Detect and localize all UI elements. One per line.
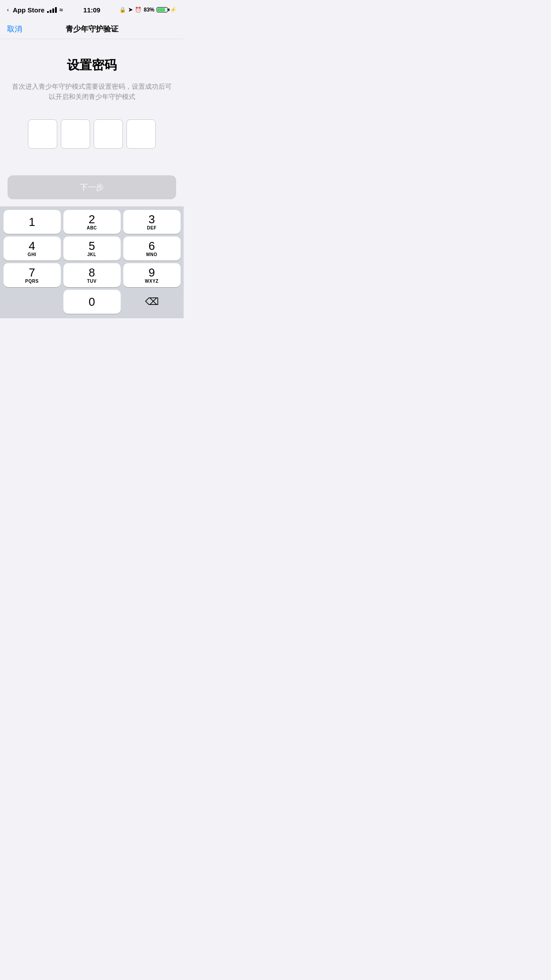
pin-input-container (11, 119, 173, 149)
key-5[interactable]: 5 JKL (63, 237, 121, 261)
key-3[interactable]: 3 DEF (123, 210, 181, 234)
status-bar: ‹ App Store ≈ 11:09 🔒 ➤ ⏰ 83% ⚡ (0, 0, 184, 20)
battery-percent: 83% (144, 7, 154, 13)
wifi-icon: ≈ (59, 6, 63, 13)
battery-icon (157, 7, 168, 12)
key-4-letters: GHI (28, 252, 36, 257)
signal-icon (47, 7, 57, 13)
keyboard-row-1: 1 2 ABC 3 DEF (2, 210, 182, 234)
keyboard-row-4: 0 ⌫ (2, 290, 182, 314)
key-5-number: 5 (89, 240, 95, 252)
next-button-wrapper: 下一步 (0, 175, 184, 199)
key-5-letters: JKL (87, 252, 96, 257)
cancel-button[interactable]: 取消 (7, 24, 22, 34)
key-3-letters: DEF (147, 225, 157, 230)
location-icon: ➤ (128, 7, 133, 13)
pin-box-2[interactable] (61, 119, 90, 149)
key-7[interactable]: 7 PQRS (4, 263, 61, 287)
key-6-letters: MNO (146, 252, 157, 257)
page-description: 首次进入青少年守护模式需要设置密码，设置成功后可以开启和关闭青少年守护模式 (11, 82, 173, 102)
keyboard-row-3: 7 PQRS 8 TUV 9 WXYZ (2, 263, 182, 287)
key-2[interactable]: 2 ABC (63, 210, 121, 234)
key-2-number: 2 (89, 213, 95, 225)
keyboard: 1 2 ABC 3 DEF 4 GHI 5 JKL 6 MNO 7 PQRS (0, 206, 184, 318)
key-6[interactable]: 6 MNO (123, 237, 181, 261)
key-9[interactable]: 9 WXYZ (123, 263, 181, 287)
status-left: ‹ App Store ≈ (7, 6, 63, 14)
nav-title: 青少年守护验证 (66, 24, 118, 34)
delete-button[interactable]: ⌫ (123, 290, 181, 314)
back-chevron-icon: ‹ (7, 7, 9, 12)
keyboard-row-2: 4 GHI 5 JKL 6 MNO (2, 237, 182, 261)
key-8-number: 8 (89, 267, 95, 278)
key-8[interactable]: 8 TUV (63, 263, 121, 287)
main-content: 设置密码 首次进入青少年守护模式需要设置密码，设置成功后可以开启和关闭青少年守护… (0, 39, 184, 175)
key-3-number: 3 (149, 213, 155, 225)
key-9-letters: WXYZ (145, 279, 159, 284)
lock-icon: 🔒 (119, 7, 126, 13)
charging-icon: ⚡ (170, 7, 177, 13)
key-0[interactable]: 0 (63, 290, 121, 314)
key-2-letters: ABC (87, 225, 97, 230)
key-4[interactable]: 4 GHI (4, 237, 61, 261)
status-time: 11:09 (83, 6, 100, 14)
key-9-number: 9 (149, 267, 155, 278)
status-right: 🔒 ➤ ⏰ 83% ⚡ (119, 7, 177, 13)
alarm-icon: ⏰ (135, 7, 142, 13)
key-7-number: 7 (29, 267, 35, 278)
nav-bar: 取消 青少年守护验证 (0, 20, 184, 39)
key-6-number: 6 (149, 240, 155, 252)
key-8-letters: TUV (87, 279, 97, 284)
page-title: 设置密码 (11, 57, 173, 74)
key-1[interactable]: 1 (4, 210, 61, 234)
key-0-number: 0 (89, 296, 95, 308)
next-button[interactable]: 下一步 (8, 175, 176, 199)
pin-box-1[interactable] (28, 119, 57, 149)
pin-box-4[interactable] (126, 119, 156, 149)
pin-box-3[interactable] (94, 119, 123, 149)
key-1-number: 1 (29, 216, 35, 228)
key-empty (4, 290, 61, 314)
key-7-letters: PQRS (25, 279, 39, 284)
delete-icon: ⌫ (145, 296, 159, 308)
key-4-number: 4 (29, 240, 35, 252)
app-store-label: App Store (13, 6, 45, 14)
